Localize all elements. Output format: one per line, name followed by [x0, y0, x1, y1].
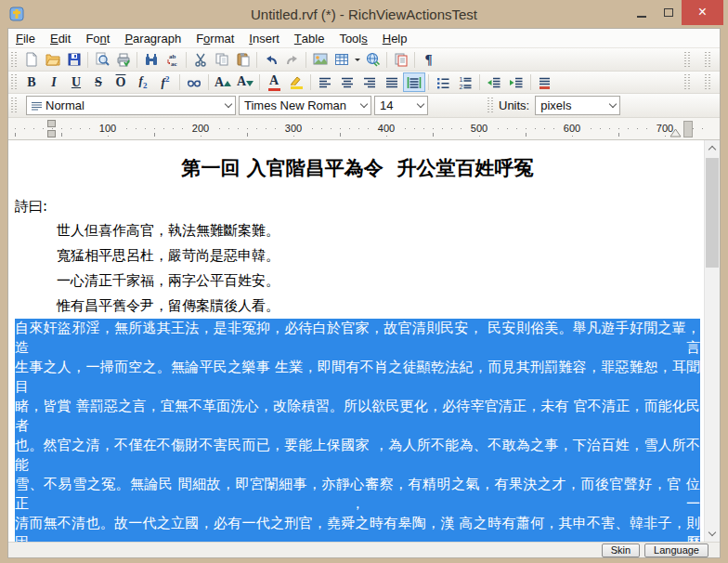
- selected-line[interactable]: 睹，皆賞 善罰惡之言，宜無不革面洗心，改除積習。所以欲民更化，必待宰官清正，未有…: [15, 397, 700, 436]
- selected-line[interactable]: 生事之人，一掃而空之。無論平民之樂事 生業，即間有不肖之徒顯乾法紀，而見其刑罰難…: [15, 358, 700, 397]
- right-indent-marker[interactable]: [670, 128, 682, 137]
- selected-line[interactable]: 自來奸盜邪淫，無所逃其王法，是非冤抑，必待白於官家，故官清則民安， 民安則俗美。…: [15, 319, 700, 358]
- align-left-icon: [318, 75, 332, 90]
- menu-edit[interactable]: Edit: [43, 29, 78, 47]
- close-button[interactable]: ×: [682, 0, 723, 25]
- align-right-button[interactable]: [358, 72, 381, 92]
- poem-line[interactable]: 惟有昌平舊令尹，留傳案牘後人看。: [15, 294, 700, 319]
- menu-help[interactable]: Help: [375, 29, 415, 47]
- superscript-button[interactable]: f2: [154, 72, 176, 92]
- selected-line[interactable]: 也。然官之清，不僅在不傷財不害民而已，要能上保國家 ，為人所不能為、不敢為之事，…: [15, 436, 700, 475]
- strikethrough-button[interactable]: S: [87, 72, 110, 92]
- menu-paragraph[interactable]: Paragraph: [117, 29, 188, 47]
- highlight-color-button[interactable]: [285, 72, 307, 92]
- language-button[interactable]: Language: [644, 543, 708, 557]
- app-window: Untitled.rvf (*) - RichViewActionsTest ×…: [0, 0, 728, 28]
- minimize-button[interactable]: [628, 0, 655, 25]
- align-left-button[interactable]: [314, 72, 336, 92]
- align-center-button[interactable]: [336, 72, 358, 92]
- bullets-button[interactable]: [432, 72, 454, 92]
- justify-full-button[interactable]: [403, 72, 425, 92]
- undo-icon: [264, 52, 279, 67]
- increase-indent-button[interactable]: [505, 72, 527, 92]
- toolbar-grip[interactable]: [705, 74, 710, 90]
- undo-button[interactable]: [260, 50, 281, 70]
- scroll-up-button[interactable]: [705, 140, 720, 156]
- scrollbar-thumb[interactable]: [706, 158, 719, 268]
- toolbar-separator: [259, 74, 260, 90]
- document-heading[interactable]: 第一回 入官階昌平為令 升公堂百姓呼冤: [15, 151, 700, 185]
- subscript-button[interactable]: f2: [132, 72, 154, 92]
- units-combobox[interactable]: pixels: [535, 96, 620, 115]
- paste-button[interactable]: [232, 50, 254, 70]
- toolbar-separator: [208, 74, 209, 90]
- toolbar-grip[interactable]: [11, 98, 17, 113]
- first-line-indent-marker[interactable]: [47, 120, 56, 127]
- insert-hyperlink-button[interactable]: [362, 50, 384, 70]
- grow-font-button[interactable]: A: [212, 72, 234, 92]
- print-button[interactable]: [112, 50, 134, 70]
- skin-button[interactable]: Skin: [602, 543, 640, 557]
- style-combobox[interactable]: Normal: [26, 96, 236, 115]
- hyperlink-glasses-button[interactable]: [183, 72, 205, 92]
- numbering-button[interactable]: 12: [454, 72, 476, 92]
- toolbar-grip[interactable]: [11, 74, 17, 90]
- justify-full-icon: [407, 75, 422, 90]
- paste-special-button[interactable]: [390, 50, 411, 70]
- selected-line[interactable]: 清而無不清也。故一代之立國，必有一代之刑官，堯舜之時有皋陶，漢 高之時有蕭何，其…: [15, 514, 700, 542]
- verse-intro-line[interactable]: 詩曰:: [15, 194, 700, 218]
- toolbar-separator: [87, 52, 88, 68]
- print-preview-icon: [95, 52, 110, 67]
- paragraph-shading-button[interactable]: [534, 72, 556, 92]
- toolbar-grip[interactable]: [684, 52, 690, 68]
- insert-table-button[interactable]: [331, 50, 352, 70]
- copy-button[interactable]: [211, 50, 232, 70]
- find-button[interactable]: [140, 50, 162, 70]
- bold-button[interactable]: B: [20, 72, 43, 92]
- right-margin-marker[interactable]: [683, 121, 693, 137]
- italic-button[interactable]: I: [43, 72, 65, 92]
- menu-file[interactable]: File: [8, 29, 43, 47]
- selected-text-block[interactable]: 自來奸盜邪淫，無所逃其王法，是非冤抑，必待白於官家，故官清則民安， 民安則俗美。…: [15, 319, 700, 542]
- new-document-button[interactable]: [20, 50, 42, 70]
- shrink-font-button[interactable]: A: [234, 72, 256, 92]
- titlebar[interactable]: Untitled.rvf (*) - RichViewActionsTest ×: [0, 0, 728, 28]
- show-paragraph-marks-button[interactable]: ¶: [418, 50, 439, 70]
- menu-table[interactable]: Table: [287, 29, 332, 47]
- save-button[interactable]: [63, 50, 84, 70]
- editor-area[interactable]: 第一回 入官階昌平為令 升公堂百姓呼冤 詩曰: 世人但喜作高官，執法無難斷案難。…: [8, 140, 704, 542]
- menu-tools[interactable]: Tools: [332, 29, 374, 47]
- vertical-scrollbar[interactable]: [704, 140, 720, 542]
- cut-button[interactable]: [189, 50, 211, 70]
- decrease-indent-button[interactable]: [483, 72, 505, 92]
- selected-line[interactable]: 雪、不易雪之冤。無論民 間細故，即宮闈細事，亦靜心審察，有精明之氣，有果決之才，…: [15, 475, 700, 514]
- toolbar-grip[interactable]: [705, 52, 710, 68]
- left-indent-marker[interactable]: [47, 130, 56, 137]
- font-size-combobox[interactable]: 14: [374, 96, 428, 115]
- open-button[interactable]: [42, 50, 63, 70]
- toolbar-grip[interactable]: [11, 52, 17, 68]
- horizontal-ruler[interactable]: 100 200 300 400 500 600 700: [8, 118, 720, 140]
- overline-button[interactable]: O: [110, 72, 132, 92]
- insert-image-button[interactable]: [309, 50, 331, 70]
- font-color-button[interactable]: A: [263, 72, 285, 92]
- menu-format[interactable]: Format: [188, 29, 241, 47]
- replace-button[interactable]: abac: [162, 50, 183, 70]
- toolbar-grip[interactable]: [488, 98, 493, 113]
- font-name-combobox[interactable]: Times New Roman: [239, 96, 371, 115]
- menu-insert[interactable]: Insert: [241, 29, 287, 47]
- poem-line[interactable]: 一心清正千家福，兩字公平百姓安。: [15, 268, 700, 294]
- toolbar-grip[interactable]: [684, 74, 690, 90]
- redo-button[interactable]: [281, 50, 303, 70]
- print-preview-button[interactable]: [91, 50, 112, 70]
- poem-line[interactable]: 世人但喜作高官，執法無難斷案難。: [15, 218, 700, 243]
- poem-line[interactable]: 寬猛相平思呂杜，嚴苛尚是惡申韓。: [15, 243, 700, 268]
- toolbar-separator: [306, 52, 306, 68]
- menu-font[interactable]: Font: [78, 29, 117, 47]
- justify-button[interactable]: [381, 72, 403, 92]
- window-controls: ×: [628, 0, 723, 25]
- scroll-down-button[interactable]: [705, 526, 720, 542]
- maximize-button[interactable]: [655, 0, 682, 25]
- underline-button[interactable]: U: [65, 72, 87, 92]
- insert-table-menu-button[interactable]: [352, 50, 362, 70]
